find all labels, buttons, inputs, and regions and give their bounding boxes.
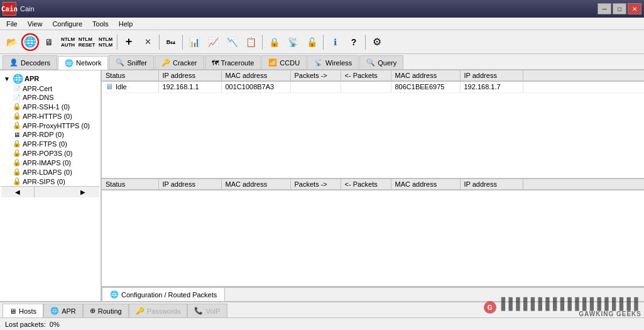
bottom-tab-routing[interactable]: ⊕ Routing [83, 304, 129, 317]
table-row[interactable]: 🖥 Idle 192.168.1.1 001C1008B7A3 806C1BEE… [102, 81, 644, 92]
start-sniffer-button[interactable]: 🌐 [21, 33, 39, 51]
menu-tools[interactable]: Tools [89, 19, 112, 28]
remove-button[interactable]: ✕ [139, 33, 156, 51]
col-extra-upper[interactable] [523, 70, 644, 81]
upper-table: Status IP address MAC address Packets ->… [102, 70, 644, 93]
tab-query[interactable]: 🔍 Query [359, 55, 403, 69]
tab-wireless[interactable]: 📡 Wireless [307, 55, 359, 69]
network-icon: 🔒 [269, 37, 280, 47]
cell-ip2: 192.168.1.7 [460, 81, 523, 92]
bottom-tabs: 🖥 Hosts 🌐 APR ⊕ Routing 🔑 Passwords 📞 Vo… [0, 301, 644, 317]
help-button[interactable]: ? [345, 33, 363, 51]
scan-mac-button[interactable]: 🖥 [40, 33, 58, 51]
tree-apr-https[interactable]: 🔒 APR-HTTPS (0) [1, 111, 99, 121]
close-button[interactable]: ✕ [628, 3, 641, 14]
ntlm3-button[interactable]: NTLMNTLM [97, 33, 114, 51]
col-pkts-in-upper[interactable]: <- Packets [341, 70, 391, 81]
scroll-right-button[interactable]: ▶ [67, 187, 99, 197]
config-tab[interactable]: 🌐 Configuration / Routed Packets [102, 288, 225, 301]
watermark-logo: G [484, 301, 496, 314]
sidebar-scroll-bar: ◀ ▶ [1, 186, 99, 197]
settings-button[interactable]: ⚙ [368, 33, 386, 51]
menu-configure[interactable]: Configure [48, 19, 86, 28]
sniffer-tab-icon: 🔍 [116, 58, 124, 67]
col-mac2-upper[interactable]: MAC address [391, 70, 460, 81]
base64-button[interactable]: B₆₄ [162, 33, 180, 51]
col-pkts-out-upper[interactable]: Packets -> [290, 70, 341, 81]
hosts-icon: 🖥 [9, 307, 16, 315]
tree-apr-sips[interactable]: 🔒 APR-SIPS (0) [1, 177, 99, 186]
barcode: ▌▌▌▌▌▌▌▌▌▌▌▌▌▌▌▌▌▌▌ [501, 297, 641, 311]
info-button[interactable]: ℹ [326, 33, 344, 51]
lower-table: Status IP address MAC address Packets ->… [102, 179, 644, 190]
col-pkts-in-lower[interactable]: <- Packets [341, 179, 391, 190]
apr-tree-icon: 🌐 [13, 74, 23, 84]
tree-apr-proxyhttps[interactable]: 🔒 APR-ProxyHTTPS (0) [1, 121, 99, 130]
ccdu-icon: 📶 [268, 58, 277, 67]
tree-apr-pop3s[interactable]: 🔒 APR-POP3S (0) [1, 148, 99, 158]
menu-help[interactable]: Help [115, 19, 137, 28]
bottom-tab-hosts[interactable]: 🖥 Hosts [3, 304, 43, 317]
graph1-button[interactable]: 📊 [185, 33, 203, 51]
col-pkts-out-lower[interactable]: Packets -> [290, 179, 341, 190]
scroll-left-button[interactable]: ◀ [1, 187, 35, 197]
network-button[interactable]: 🔒 [265, 33, 283, 51]
col-ip1-lower[interactable]: IP address [158, 179, 221, 190]
tree-apr-cert[interactable]: 📄 APR-Cert [1, 84, 99, 93]
graph3-button[interactable]: 📉 [223, 33, 241, 51]
network-tab-icon: 🌐 [65, 59, 74, 67]
col-status-upper[interactable]: Status [102, 70, 158, 81]
lost-packets-label: Lost packets: [5, 321, 46, 328]
separator-2 [159, 35, 160, 50]
decode-button[interactable]: 🔓 [303, 33, 320, 51]
col-ip2-upper[interactable]: IP address [460, 70, 523, 81]
ntlm2-button[interactable]: NTLMRESET [78, 33, 96, 51]
tab-decoders[interactable]: 👤 Decoders [3, 55, 57, 69]
tree-apr-ldaps[interactable]: 🔒 APR-LDAPS (0) [1, 167, 99, 177]
minimize-button[interactable]: ─ [598, 3, 611, 14]
menu-view[interactable]: View [24, 19, 46, 28]
col-ip1-upper[interactable]: IP address [158, 70, 221, 81]
col-extra-lower[interactable] [523, 179, 644, 190]
content-area: Status IP address MAC address Packets ->… [102, 70, 644, 301]
col-status-lower[interactable]: Status [102, 179, 158, 190]
tree-apr[interactable]: ▼ 🌐 APR [1, 73, 99, 84]
bottom-tab-apr[interactable]: 🌐 APR [43, 304, 83, 317]
sniffer-icon: 🌐 [24, 36, 36, 48]
col-ip2-lower[interactable]: IP address [460, 179, 523, 190]
menu-file[interactable]: File [3, 19, 21, 28]
add-button[interactable]: + [120, 33, 138, 51]
open-button[interactable]: 📂 [3, 33, 20, 51]
col-mac1-lower[interactable]: MAC address [221, 179, 290, 190]
tree-apr-rdp[interactable]: 🖥 APR-RDP (0) [1, 130, 99, 139]
maximize-button[interactable]: □ [613, 3, 626, 14]
routing-icon: ⊕ [90, 307, 96, 315]
cert-icon: 📄 [13, 85, 21, 92]
tab-sniffer[interactable]: 🔍 Sniffer [109, 55, 154, 69]
voip-icon: 📞 [194, 307, 203, 315]
bottom-tab-passwords[interactable]: 🔑 Passwords [129, 304, 188, 317]
packets-button[interactable]: 📋 [242, 33, 259, 51]
tab-network[interactable]: 🌐 Network [58, 56, 108, 70]
col-mac1-upper[interactable]: MAC address [221, 70, 290, 81]
packets-icon: 📋 [246, 37, 256, 47]
apr-icon: ▼ [3, 75, 11, 82]
open-icon: 📂 [6, 37, 17, 47]
bottom-tab-voip[interactable]: 📞 VoIP [187, 304, 227, 317]
tab-cracker[interactable]: 🔑 Cracker [155, 55, 204, 69]
tree-apr-dns[interactable]: 📄 APR-DNS [1, 93, 99, 102]
graph2-button[interactable]: 📈 [204, 33, 222, 51]
send-recv-button[interactable]: 📡 [284, 33, 302, 51]
main-area: ▼ 🌐 APR 📄 APR-Cert 📄 APR-DNS 🔒 APR-SSH-1… [0, 70, 644, 301]
ftps-icon: 🔒 [13, 140, 21, 148]
col-mac2-lower[interactable]: MAC address [391, 179, 460, 190]
ntlm1-button[interactable]: NTLMAUTH [59, 33, 77, 51]
tab-traceroute[interactable]: 🗺 Traceroute [205, 55, 261, 69]
tree-apr-ssh1[interactable]: 🔒 APR-SSH-1 (0) [1, 102, 99, 111]
tab-ccdu[interactable]: 📶 CCDU [261, 55, 307, 69]
tree-apr-imaps[interactable]: 🔒 APR-IMAPS (0) [1, 158, 99, 167]
separator-4 [262, 35, 263, 50]
apr-bottom-icon: 🌐 [50, 307, 59, 315]
tab-bar: 👤 Decoders 🌐 Network 🔍 Sniffer 🔑 Cracker… [0, 54, 644, 70]
tree-apr-ftps[interactable]: 🔒 APR-FTPS (0) [1, 139, 99, 148]
